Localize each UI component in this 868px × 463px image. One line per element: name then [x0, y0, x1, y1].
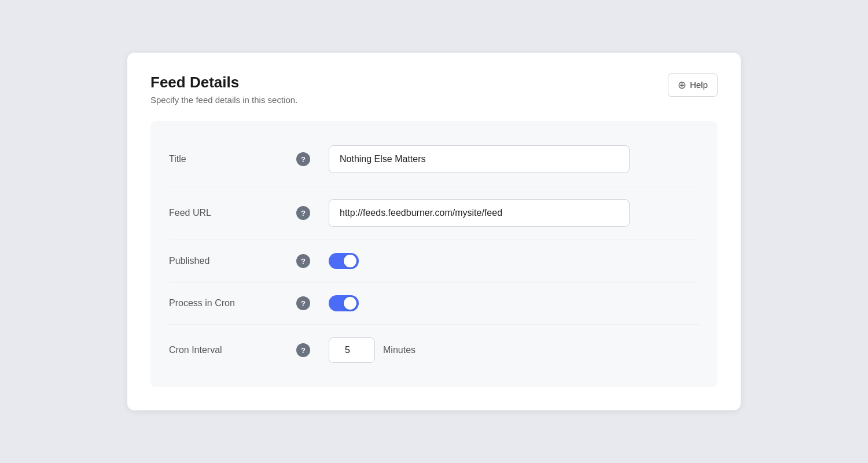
page-subtitle: Specify the feed details in this section… [150, 95, 297, 105]
title-label: Title [169, 154, 296, 164]
feed-url-label: Feed URL [169, 208, 296, 218]
feed-url-help-icon[interactable]: ? [296, 206, 310, 220]
process-cron-toggle[interactable] [329, 295, 359, 311]
cron-interval-row: Cron Interval ? Minutes [169, 325, 699, 376]
cron-interval-label: Cron Interval [169, 345, 296, 355]
cron-interval-input[interactable] [329, 337, 375, 363]
process-cron-help-icon[interactable]: ? [296, 296, 310, 310]
published-help-icon[interactable]: ? [296, 254, 310, 268]
published-label: Published [169, 256, 296, 266]
globe-icon: ⊕ [678, 79, 686, 91]
published-toggle[interactable] [329, 253, 359, 269]
card-title-section: Feed Details Specify the feed details in… [150, 74, 297, 105]
form-section: Title ? Feed URL ? Published ? Process i… [150, 121, 718, 387]
published-row: Published ? [169, 240, 699, 282]
card-header: Feed Details Specify the feed details in… [150, 74, 718, 105]
help-button[interactable]: ⊕ Help [668, 74, 718, 97]
help-button-label: Help [690, 80, 708, 90]
feed-url-input[interactable] [329, 199, 630, 227]
title-input[interactable] [329, 145, 630, 173]
title-row: Title ? [169, 133, 699, 186]
process-cron-row: Process in Cron ? [169, 282, 699, 325]
process-cron-label: Process in Cron [169, 298, 296, 308]
feed-details-card: Feed Details Specify the feed details in… [127, 53, 741, 410]
process-cron-slider [329, 295, 359, 311]
page-title: Feed Details [150, 74, 297, 91]
title-help-icon[interactable]: ? [296, 152, 310, 166]
published-slider [329, 253, 359, 269]
minutes-label: Minutes [383, 345, 415, 355]
feed-url-row: Feed URL ? [169, 186, 699, 240]
cron-interval-help-icon[interactable]: ? [296, 343, 310, 357]
